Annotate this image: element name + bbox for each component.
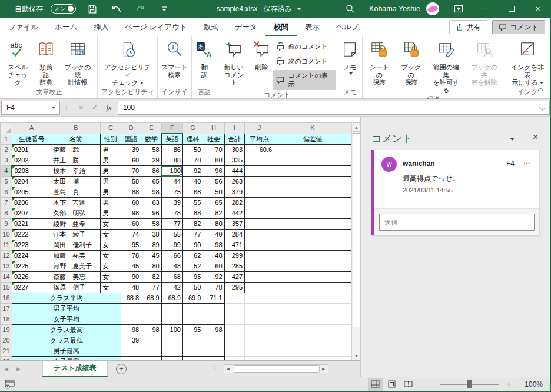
cell[interactable]: 久部 明弘 <box>51 208 101 219</box>
cell[interactable]: 萱島 真 <box>51 187 101 198</box>
row-header-7[interactable]: 7 <box>1 198 12 208</box>
cell[interactable]: 357 <box>224 219 244 230</box>
column-header-E[interactable]: E <box>141 123 161 134</box>
cell[interactable] <box>141 335 161 346</box>
cell[interactable]: 96 <box>141 208 161 219</box>
cell[interactable] <box>245 283 274 293</box>
cell[interactable]: 74 <box>121 230 141 240</box>
row-header-19[interactable]: 19 <box>1 325 12 335</box>
cell[interactable]: 榎本 幸治 <box>51 166 101 177</box>
scroll-up-button[interactable]: ▲ <box>353 122 360 132</box>
cell[interactable]: 95 <box>121 240 141 251</box>
cell[interactable] <box>245 314 274 325</box>
account-menu[interactable]: Kohama Yoshie <box>363 2 445 15</box>
cell[interactable]: 50 <box>203 187 224 198</box>
row-header-13[interactable]: 13 <box>1 261 12 272</box>
cell[interactable] <box>245 261 274 272</box>
comments-toggle-button[interactable]: コメント <box>492 20 545 34</box>
column-header-D[interactable]: D <box>121 123 141 134</box>
cell[interactable]: 77 <box>182 230 203 240</box>
cell[interactable]: 偏差値 <box>274 134 351 145</box>
cell[interactable]: 78 <box>182 155 203 166</box>
cell[interactable]: 58 <box>121 177 141 187</box>
cell[interactable]: 66 <box>161 251 182 261</box>
cell[interactable]: 英語 <box>161 134 182 145</box>
cell[interactable]: 282 <box>224 198 244 208</box>
zoom-in-button[interactable]: + <box>504 380 513 388</box>
cell[interactable] <box>203 304 224 314</box>
cell[interactable]: 48 <box>203 251 224 261</box>
cell[interactable]: 80 <box>141 261 161 272</box>
cell[interactable] <box>245 251 274 261</box>
cell[interactable]: 65 <box>203 198 224 208</box>
cell[interactable]: 男 <box>101 166 121 177</box>
cell[interactable] <box>182 314 203 325</box>
cell[interactable] <box>274 208 351 219</box>
expand-formula-bar-icon[interactable] <box>539 105 545 111</box>
cell[interactable] <box>245 155 274 166</box>
cell[interactable]: 60 <box>121 155 141 166</box>
cell[interactable]: 女 <box>101 251 121 261</box>
cell[interactable]: 52 <box>182 261 203 272</box>
tab-formulas[interactable]: 数式 <box>195 18 227 36</box>
redo-icon[interactable] <box>132 2 148 15</box>
cell[interactable]: 82 <box>141 272 161 283</box>
cell[interactable] <box>274 304 351 314</box>
quick-access-toolbar-icon[interactable] <box>156 2 172 15</box>
zoom-slider-thumb[interactable] <box>467 380 472 388</box>
cell[interactable] <box>274 283 351 293</box>
cell[interactable]: 斎藤 美恵 <box>51 272 101 283</box>
cell[interactable]: 男 <box>101 208 121 219</box>
cell[interactable]: 0227 <box>12 283 51 293</box>
cell[interactable] <box>121 314 141 325</box>
cell[interactable]: 性別 <box>101 134 121 145</box>
cell[interactable]: 58 <box>141 145 161 155</box>
cell[interactable]: 55 <box>161 230 182 240</box>
document-title[interactable]: sample4.xlsx - 保存済み <box>182 0 336 18</box>
cell[interactable]: 40 <box>182 177 203 187</box>
cell[interactable] <box>245 219 274 230</box>
comment-card[interactable]: w wanichan F4 … 最高得点でっせ。 2021/03/11 14:5… <box>371 150 540 235</box>
cell[interactable]: 65 <box>141 177 161 187</box>
cell[interactable]: 78 <box>203 283 224 293</box>
cell[interactable] <box>245 240 274 251</box>
normal-view-button[interactable] <box>368 378 383 391</box>
cell[interactable]: 44 <box>161 177 182 187</box>
cell[interactable]: 男 <box>101 187 121 198</box>
close-button[interactable]: × <box>525 0 551 18</box>
comment-more-icon[interactable]: … <box>523 157 531 165</box>
row-header-2[interactable]: 2 <box>1 145 12 155</box>
cell[interactable]: 100 <box>161 166 182 177</box>
row-header-14[interactable]: 14 <box>1 272 12 283</box>
cell[interactable]: 男子最高 <box>12 346 121 357</box>
cell[interactable]: 78 <box>121 251 141 261</box>
cell[interactable]: 0203 <box>12 166 51 177</box>
search-icon[interactable] <box>337 0 363 18</box>
cell[interactable]: 江本 綾子 <box>51 230 101 240</box>
next-sheet-button[interactable]: ▶ <box>12 366 25 372</box>
cell[interactable]: 98 <box>141 187 161 198</box>
cell[interactable]: 88 <box>182 208 203 219</box>
cell[interactable]: 63 <box>141 198 161 208</box>
cell[interactable]: 86 <box>161 145 182 155</box>
cell[interactable]: 社会 <box>203 134 224 145</box>
cell[interactable]: 95 <box>182 272 203 283</box>
translate-button[interactable]: あA 翻 訳 <box>192 36 216 87</box>
cell[interactable]: 0222 <box>12 230 51 240</box>
previous-sheet-button[interactable]: ◀ <box>0 366 12 372</box>
row-header-17[interactable]: 17 <box>1 304 12 314</box>
insert-function-button[interactable]: fx <box>107 103 112 112</box>
cell[interactable]: 92 <box>203 272 224 283</box>
notes-button[interactable]: メモ <box>338 36 361 87</box>
cell[interactable]: 82 <box>203 208 224 219</box>
cell[interactable]: 303 <box>224 145 244 155</box>
cell[interactable] <box>274 198 351 208</box>
cell[interactable]: 82 <box>182 219 203 230</box>
cell[interactable] <box>274 261 351 272</box>
page-break-preview-button[interactable] <box>401 378 416 391</box>
column-header-C[interactable]: C <box>101 123 121 134</box>
cell[interactable]: 0204 <box>12 177 51 187</box>
cell[interactable] <box>141 314 161 325</box>
cell[interactable] <box>274 219 351 230</box>
cell[interactable]: 98 <box>121 208 141 219</box>
